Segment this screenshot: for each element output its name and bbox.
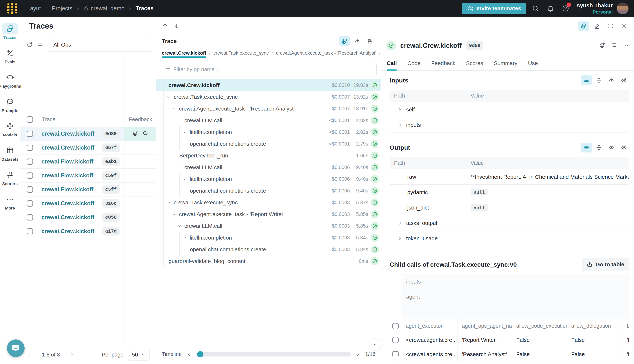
next-call-button[interactable] [171,21,182,31]
refresh-button[interactable] [24,40,35,50]
inputs-list-button[interactable] [581,75,592,85]
trace-id-badge[interactable]: c59f [102,171,120,180]
trace-row[interactable]: crewai.Crew.kickoff657f [20,141,156,155]
tree-chevron-down-icon[interactable] [177,224,182,228]
per-page-select[interactable]: 50 [128,348,150,361]
kv-path[interactable]: token_usage [390,235,466,242]
timeline-prev-button[interactable] [186,352,192,357]
kv-path[interactable]: tasks_output [390,220,466,226]
child-row-checkbox[interactable] [392,351,399,358]
column-header-agent_executor[interactable]: agent_executor [401,319,458,333]
breadcrumb-item-ayut[interactable]: ayut [30,5,41,12]
call-tree-node[interactable]: litellm.completion$0.00069.40s [156,173,381,185]
feedback-comment-button[interactable] [142,130,148,137]
call-comment-button[interactable] [611,42,617,49]
prev-page-button[interactable] [27,352,32,358]
call-tree-node[interactable]: crewai.LLM.call$0.00069.40s [156,162,381,173]
breadcrumb-item-Projects[interactable]: Projects [52,5,73,12]
tree-chevron-down-icon[interactable] [172,212,176,217]
inputs-hide-button[interactable] [618,75,629,85]
sidebar-item-datasets[interactable]: Datasets [0,144,20,169]
tree-chevron-down-icon[interactable] [182,235,187,240]
trace-row[interactable]: crewai.Flow.kickoffc59f [20,168,156,182]
call-tree-node[interactable]: SerperDevTool._run1.66s [156,150,381,162]
trace-id-badge[interactable]: 657f [102,144,120,152]
tree-view-code-button[interactable] [352,36,363,46]
trace-row[interactable]: crewai.Crew.kickoff9d89 [20,127,156,141]
call-tree-node[interactable]: guardrail-validate_blog_content0ms [156,255,381,267]
output-list-button[interactable] [581,142,592,152]
output-hide-button[interactable] [618,142,629,152]
row-checkbox[interactable] [27,172,33,179]
details-fullscreen-button[interactable] [605,21,616,31]
call-tree-node[interactable]: crewai.Agent.execute_task - 'Report Writ… [156,208,381,220]
call-tree-node[interactable]: openai.chat.completions.create$0.00069.4… [156,185,381,197]
tree-view-flame-graph-button[interactable] [365,36,376,46]
tab-summary[interactable]: Summary [494,56,517,70]
call-add-reaction-button[interactable] [599,42,605,49]
child-call-row[interactable]: <crewai.agents.cre...'Research Analyst'F… [390,347,629,362]
column-header-allow_delegation[interactable]: allow_delegation [567,319,622,333]
kv-path[interactable]: inputs [390,122,466,128]
trace-id-badge[interactable]: a17d [102,227,120,236]
kv-path[interactable]: self [390,106,466,113]
call-tree-node[interactable]: crewai.LLM.call<$0.00012.82s [156,114,381,126]
collapse-timeline-button[interactable] [369,338,381,350]
help-button[interactable] [560,2,571,14]
trace-crumb[interactable]: crewai.Agent.execute_task - 'Research An… [276,47,376,59]
trace-id-badge[interactable]: 9d89 [102,130,120,138]
next-page-button[interactable] [69,352,75,358]
call-tree-node[interactable]: crewai.Task.execute_sync$0.00035.87s [156,197,381,208]
sidebar-item-more[interactable]: More [0,193,20,218]
sidebar-item-scorers[interactable]: Scorers [0,169,20,193]
tab-use[interactable]: Use [528,56,538,70]
trace-crumb[interactable]: crewai.Crew.kickoff [162,47,206,59]
search-button[interactable] [530,2,541,14]
sidebar-item-evals[interactable]: Evals [0,47,20,72]
row-checkbox[interactable] [27,131,33,137]
call-tree-node[interactable]: openai.chat.completions.create$0.00035.8… [156,244,381,255]
row-checkbox[interactable] [27,228,33,234]
trace-id-badge[interactable]: c5ff [102,185,120,194]
trace-name[interactable]: crewai.Crew.kickoff [42,144,94,151]
call-tree-node[interactable]: litellm.completion<$0.00012.82s [156,126,381,138]
column-header-allow_code_execution[interactable]: allow_code_execution [512,319,567,333]
trace-row[interactable]: crewai.Crew.kickoffa17d [20,224,156,238]
row-checkbox[interactable] [27,144,33,151]
trace-name[interactable]: crewai.Crew.kickoff [42,228,94,234]
call-tree-node[interactable]: crewai.Crew.kickoff$0.001019.83s [156,79,381,91]
tree-chevron-down-icon[interactable] [166,94,171,99]
trace-name[interactable]: crewai.Crew.kickoff [42,130,94,137]
trace-id-badge[interactable]: 316c [102,199,120,208]
details-pencil-button[interactable] [592,21,602,31]
select-all-checkbox[interactable] [27,116,33,122]
tab-scores[interactable]: Scores [466,56,483,70]
tree-chevron-down-icon[interactable] [182,130,187,134]
tree-chevron-down-icon[interactable] [172,106,176,111]
call-id-badge[interactable]: 9d89 [466,42,483,50]
trace-row[interactable]: crewai.Crew.kickoff316c [20,196,156,210]
tree-chevron-down-icon[interactable] [161,83,166,88]
sidebar-item-traces[interactable]: Traces [0,23,20,47]
trace-crumb[interactable]: crewai.Task.execute_sync [213,47,269,59]
trace-name[interactable]: crewai.Flow.kickoff [42,186,93,193]
inputs-code-button[interactable] [606,75,617,85]
trace-row[interactable]: crewai.Flow.kickoffc5ff [20,182,156,196]
call-tree-node[interactable]: crewai.Task.execute_sync$0.000713.92s [156,91,381,103]
tree-chevron-down-icon[interactable] [177,118,182,123]
trace-row[interactable]: crewai.Crew.kickoffe058 [20,210,156,224]
breadcrumb-item-Traces[interactable]: Traces [136,5,154,12]
notifications-button[interactable] [545,2,556,14]
trace-id-badge[interactable]: eab1 [102,158,120,166]
tab-call[interactable]: Call [387,56,397,70]
child-call-row[interactable]: <crewai.agents.cre...'Report Writer'Fals… [390,333,629,347]
tab-feedback[interactable]: Feedback [431,56,456,70]
breadcrumb-item-crewai_demo[interactable]: crewai_demo [84,5,125,12]
row-checkbox[interactable] [27,186,33,193]
avatar[interactable] [617,2,628,14]
row-checkbox[interactable] [27,158,33,165]
sidebar-item-playground[interactable]: Playground [0,72,20,96]
tree-chevron-down-icon[interactable] [177,165,182,170]
details-close-button[interactable] [619,21,629,31]
call-tree-node[interactable]: crewai.LLM.call$0.00035.85s [156,220,381,232]
